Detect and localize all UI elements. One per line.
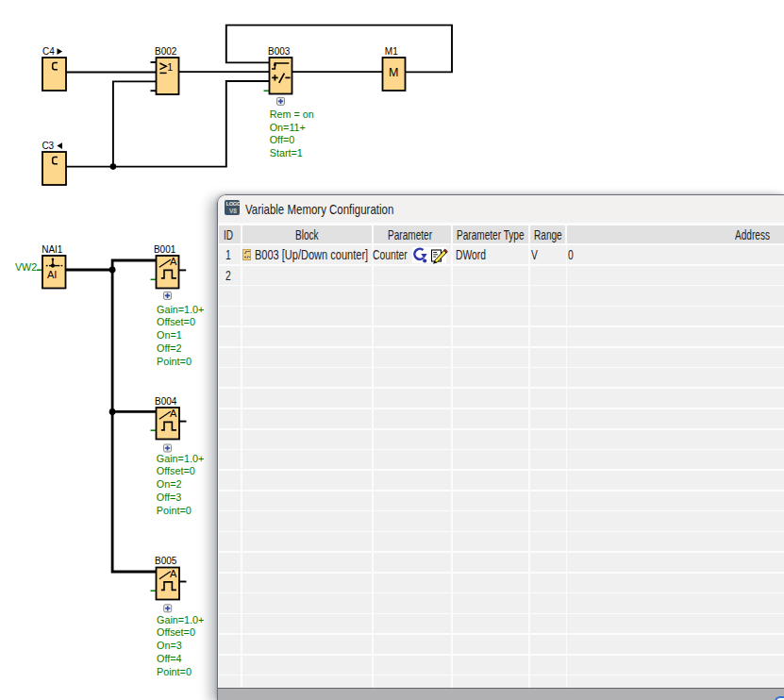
svg-text:Off=2: Off=2 <box>157 342 182 354</box>
svg-text:M1: M1 <box>385 46 398 57</box>
svg-text:M: M <box>389 66 398 79</box>
svg-text:Start=1: Start=1 <box>270 147 303 158</box>
svg-text:1: 1 <box>167 61 173 73</box>
svg-text:Point=0: Point=0 <box>157 505 192 516</box>
svg-text:On=2: On=2 <box>157 478 182 490</box>
svg-text:B003: B003 <box>268 46 291 57</box>
svg-text:C3: C3 <box>42 141 54 151</box>
svg-text:Off=4: Off=4 <box>157 653 182 664</box>
svg-text:Offset=0: Offset=0 <box>157 465 195 476</box>
svg-text:Offset=0: Offset=0 <box>157 316 195 327</box>
svg-text:Point=0: Point=0 <box>157 356 192 367</box>
svg-text:Off=3: Off=3 <box>157 492 182 503</box>
svg-text:A: A <box>170 256 177 267</box>
svg-text:NAI1: NAI1 <box>42 244 63 255</box>
svg-text:B002: B002 <box>155 46 177 57</box>
svg-text:Gain=1.0+: Gain=1.0+ <box>157 614 204 625</box>
svg-text:B005: B005 <box>155 556 177 566</box>
svg-text:On=3: On=3 <box>157 640 182 651</box>
svg-text:C4: C4 <box>42 46 55 57</box>
svg-text:Offset=0: Offset=0 <box>157 626 195 638</box>
svg-text:A: A <box>170 568 177 579</box>
svg-text:On=11+: On=11+ <box>270 122 306 133</box>
svg-text:Off=0: Off=0 <box>270 134 295 145</box>
svg-text:B004: B004 <box>155 396 177 407</box>
svg-text:B001: B001 <box>154 244 176 255</box>
svg-text:AI: AI <box>47 269 57 280</box>
svg-text:On=1: On=1 <box>157 329 182 341</box>
svg-text:A: A <box>170 408 177 419</box>
svg-text:Gain=1.0+: Gain=1.0+ <box>157 453 204 464</box>
svg-text:Gain=1.0+: Gain=1.0+ <box>157 304 204 315</box>
svg-text:Rem = on: Rem = on <box>270 108 314 120</box>
svg-text:Point=0: Point=0 <box>157 666 192 677</box>
svg-text:VW2: VW2 <box>15 261 37 273</box>
